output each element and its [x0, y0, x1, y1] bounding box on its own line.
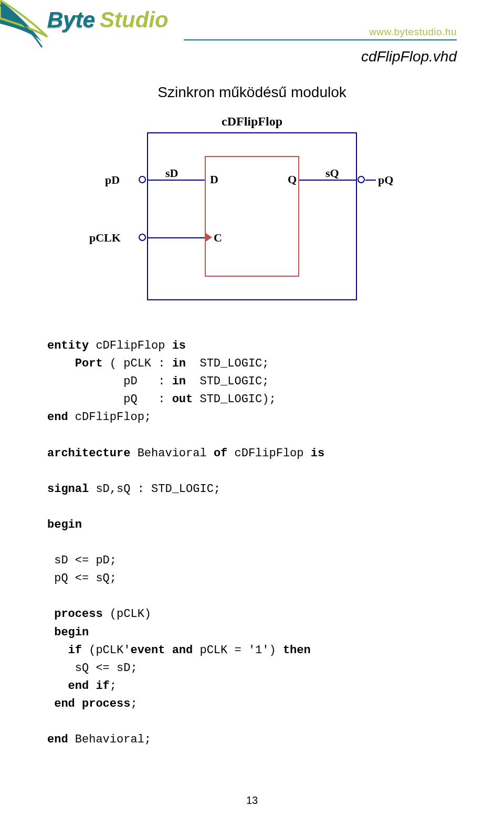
label-C: C: [214, 231, 222, 245]
port-pD-circle: [139, 176, 146, 183]
url-block: www.bytestudio.hu: [184, 26, 457, 40]
label-sQ: sQ: [326, 166, 339, 180]
label-pQ: pQ: [378, 173, 393, 187]
section-title: Szinkron működésű modulok: [0, 84, 504, 101]
page-number: 13: [246, 794, 258, 806]
label-sD: sD: [165, 166, 178, 180]
label-pD: pD: [105, 173, 120, 187]
port-pQ-circle: [358, 176, 365, 183]
wire-pQ-outer: [365, 180, 376, 181]
vhdl-code: entity cDFlipFlop is Port ( pCLK : in ST…: [47, 337, 457, 749]
diagram-title: cDFlipFlop: [222, 114, 282, 129]
filename-label: cdFlipFlop.vhd: [361, 48, 457, 65]
website-url: www.bytestudio.hu: [369, 26, 457, 37]
bytestudio-logo: Byte Studio Byte: [47, 6, 205, 38]
svg-text:Studio: Studio: [100, 7, 169, 32]
wire-pCLK: [147, 237, 205, 238]
swoosh-decoration: [0, 0, 52, 58]
label-Q: Q: [288, 173, 297, 186]
clock-triangle-icon: [206, 233, 212, 242]
label-D: D: [210, 173, 218, 186]
page-header: Byte Studio Byte www.bytestudio.hu cdFli…: [0, 0, 504, 63]
port-pCLK-circle: [139, 234, 146, 241]
svg-text:Byte: Byte: [47, 8, 95, 33]
label-pCLK: pCLK: [89, 231, 121, 245]
kw-entity: entity: [47, 339, 89, 352]
url-underline: [184, 39, 457, 40]
flipflop-diagram: cDFlipFlop pD sD D pCLK C Q sQ pQ: [84, 117, 420, 311]
inner-flipflop-box: [205, 156, 299, 277]
